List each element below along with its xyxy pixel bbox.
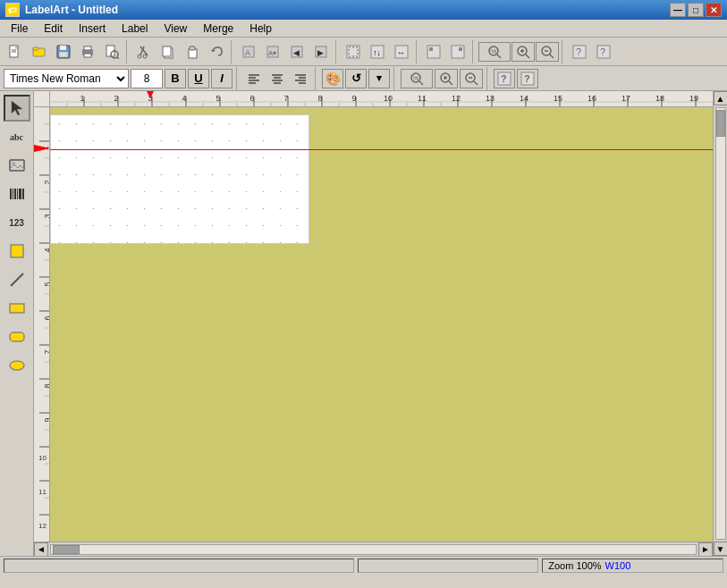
horizontal-scrollbar[interactable]: ◄ ► — [34, 542, 713, 556]
obj-btn-6[interactable]: ↑↓ — [366, 40, 389, 63]
titlebar-controls[interactable]: — □ ✕ — [670, 3, 722, 17]
svg-rect-39 — [459, 47, 462, 51]
vscroll-track[interactable] — [715, 107, 726, 540]
help-button2[interactable]: ? — [494, 69, 515, 88]
menu-file[interactable]: File — [4, 20, 35, 37]
scroll-up-arrow[interactable]: ▲ — [714, 91, 728, 105]
svg-text:7: 7 — [283, 94, 288, 103]
svg-text:14: 14 — [520, 94, 528, 103]
save-button[interactable] — [52, 40, 75, 63]
about-button[interactable]: ? — [592, 40, 615, 63]
new-button[interactable] — [4, 40, 27, 63]
scroll-right-arrow[interactable]: ► — [698, 542, 713, 557]
italic-button[interactable]: I — [211, 69, 232, 88]
zoom-percent-button[interactable]: % — [478, 42, 511, 62]
underline-button[interactable]: U — [188, 69, 209, 88]
svg-text:2: 2 — [114, 94, 118, 103]
obj-btn-3[interactable]: ◀ — [285, 40, 309, 63]
image-tool[interactable] — [4, 152, 30, 179]
obj-btn-8[interactable] — [422, 40, 445, 63]
zoom-in-button2[interactable] — [435, 69, 458, 88]
line-tool[interactable] — [4, 266, 30, 293]
obj-btn-1[interactable]: A — [237, 40, 260, 63]
svg-text:↑↓: ↑↓ — [373, 48, 381, 57]
hscroll-track[interactable] — [50, 544, 697, 555]
canvas-and-vscroll: 1 2 3 4 5 6 — [34, 91, 727, 556]
hscroll-thumb[interactable] — [53, 545, 80, 554]
edit-buttons — [132, 40, 228, 63]
svg-marker-80 — [12, 101, 22, 115]
select-tool[interactable] — [4, 95, 30, 122]
svg-point-17 — [143, 55, 147, 58]
cut-button[interactable] — [132, 40, 156, 63]
obj-btn-5[interactable] — [342, 40, 365, 63]
zoom-out-button2[interactable] — [460, 69, 483, 88]
svg-text:11: 11 — [418, 94, 427, 103]
svg-text:8: 8 — [43, 383, 50, 388]
paste-button[interactable] — [181, 40, 204, 63]
menu-merge[interactable]: Merge — [196, 20, 241, 37]
menu-label[interactable]: Label — [114, 20, 155, 37]
obj-btn-7[interactable]: ↔ — [390, 40, 413, 63]
font-family-select[interactable]: Times New Roman Arial Courier New — [4, 69, 129, 88]
rounded-rect-tool[interactable] — [4, 323, 30, 350]
width-label: W100 — [605, 560, 631, 571]
open-button[interactable] — [28, 40, 51, 63]
obj-btn-2[interactable]: A▾ — [261, 40, 284, 63]
svg-rect-83 — [10, 189, 12, 199]
rotate-angle-button[interactable]: ▾ — [368, 69, 390, 88]
inner-canvas[interactable]: 1 2 3 4 5 6 — [34, 91, 713, 556]
obj-btn-4[interactable]: ▶ — [309, 40, 333, 63]
zoom-in-button[interactable] — [511, 42, 535, 62]
canvas-drawing-area[interactable] — [50, 107, 713, 542]
maximize-button[interactable]: □ — [688, 3, 704, 17]
status-zoom: Zoom 100% W100 — [542, 559, 723, 573]
shape-tool[interactable] — [4, 238, 30, 265]
menu-view[interactable]: View — [156, 20, 194, 37]
bold-button[interactable]: B — [165, 69, 186, 88]
toolbox: abc 123 — [0, 91, 34, 556]
print-preview-button[interactable] — [100, 40, 123, 63]
align-center-button[interactable] — [266, 69, 288, 88]
zoom-percent-button2[interactable]: % — [401, 69, 433, 88]
minimize-button[interactable]: — — [670, 3, 686, 17]
vertical-scrollbar[interactable]: ▲ ▼ — [713, 91, 727, 556]
svg-line-48 — [550, 55, 554, 58]
copy-button[interactable] — [156, 40, 180, 63]
ellipse-tool[interactable] — [4, 352, 30, 379]
undo-button[interactable] — [205, 40, 228, 63]
statusbar: Zoom 100% W100 — [0, 556, 727, 574]
rotate-button[interactable]: ↺ — [345, 69, 367, 88]
menu-insert[interactable]: Insert — [72, 20, 113, 37]
guide-line-horizontal — [50, 149, 713, 150]
help-button3[interactable]: ? — [517, 69, 538, 88]
svg-point-93 — [10, 361, 24, 370]
align-right-button[interactable] — [290, 69, 311, 88]
barcode-tool[interactable] — [4, 181, 30, 207]
text-tool[interactable]: abc — [4, 123, 30, 150]
zoom-out-button[interactable] — [536, 42, 559, 62]
close-button[interactable]: ✕ — [706, 3, 722, 17]
counter-tool[interactable]: 123 — [4, 209, 30, 236]
context-help-button[interactable]: ? — [568, 40, 591, 63]
svg-text:◀: ◀ — [293, 48, 300, 57]
color-button[interactable]: 🎨 — [322, 69, 343, 88]
align-left-button[interactable] — [243, 69, 265, 88]
scroll-left-arrow[interactable]: ◄ — [34, 542, 48, 557]
main-area: abc 123 — [0, 91, 727, 556]
obj-btn-9[interactable] — [446, 40, 469, 63]
sep1 — [126, 40, 130, 63]
menu-edit[interactable]: Edit — [37, 20, 70, 37]
object-buttons-2: ↑↓ ↔ — [342, 40, 413, 63]
rect-tool[interactable] — [4, 295, 30, 322]
scroll-down-arrow[interactable]: ▼ — [714, 542, 728, 556]
svg-rect-88 — [22, 189, 24, 199]
vscroll-thumb[interactable] — [716, 110, 725, 137]
print-button[interactable] — [76, 40, 99, 63]
font-size-input[interactable] — [131, 69, 163, 88]
svg-text:9: 9 — [43, 417, 50, 422]
menubar: File Edit Insert Label View Merge Help — [0, 20, 727, 38]
svg-text:4: 4 — [43, 248, 50, 252]
menu-help[interactable]: Help — [242, 20, 279, 37]
canvas-area-wrapper: 1 2 3 4 5 6 — [34, 91, 727, 556]
